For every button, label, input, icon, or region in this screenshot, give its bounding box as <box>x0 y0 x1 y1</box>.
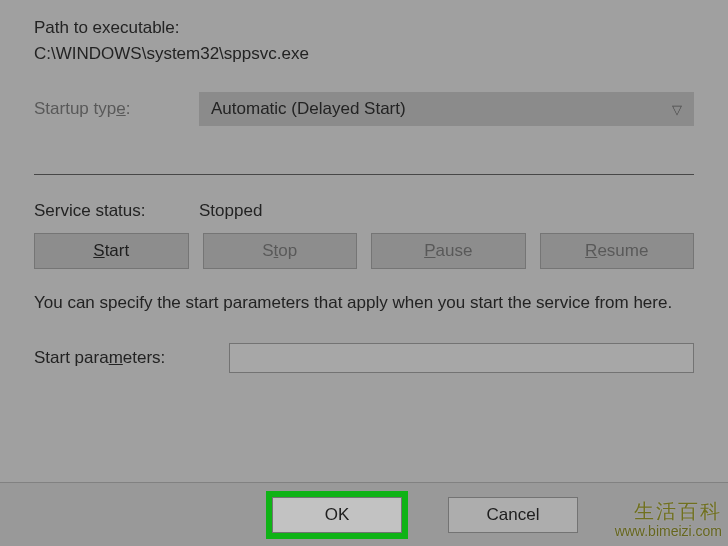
chevron-down-icon: ▽ <box>672 102 682 117</box>
service-status-label: Service status: <box>34 201 199 221</box>
start-button[interactable]: Start <box>34 233 189 269</box>
start-parameters-label: Start parameters: <box>34 348 229 368</box>
help-text: You can specify the start parameters tha… <box>34 291 694 315</box>
path-value: C:\WINDOWS\system32\sppsvc.exe <box>34 44 694 64</box>
ok-button[interactable]: OK <box>272 497 402 533</box>
pause-button: Pause <box>371 233 526 269</box>
stop-button: Stop <box>203 233 358 269</box>
startup-type-dropdown[interactable]: Automatic (Delayed Start) ▽ <box>199 92 694 126</box>
dialog-button-bar: OK Cancel <box>0 482 728 546</box>
service-properties-dialog: Path to executable: C:\WINDOWS\system32\… <box>0 18 728 373</box>
cancel-button[interactable]: Cancel <box>448 497 578 533</box>
path-label: Path to executable: <box>34 18 694 38</box>
startup-type-label: Startup type: <box>34 99 199 119</box>
service-status-value: Stopped <box>199 201 262 221</box>
resume-button: Resume <box>540 233 695 269</box>
ok-highlight: OK <box>266 491 408 539</box>
start-parameters-input[interactable] <box>229 343 694 373</box>
startup-type-value: Automatic (Delayed Start) <box>211 99 406 119</box>
divider <box>34 174 694 175</box>
